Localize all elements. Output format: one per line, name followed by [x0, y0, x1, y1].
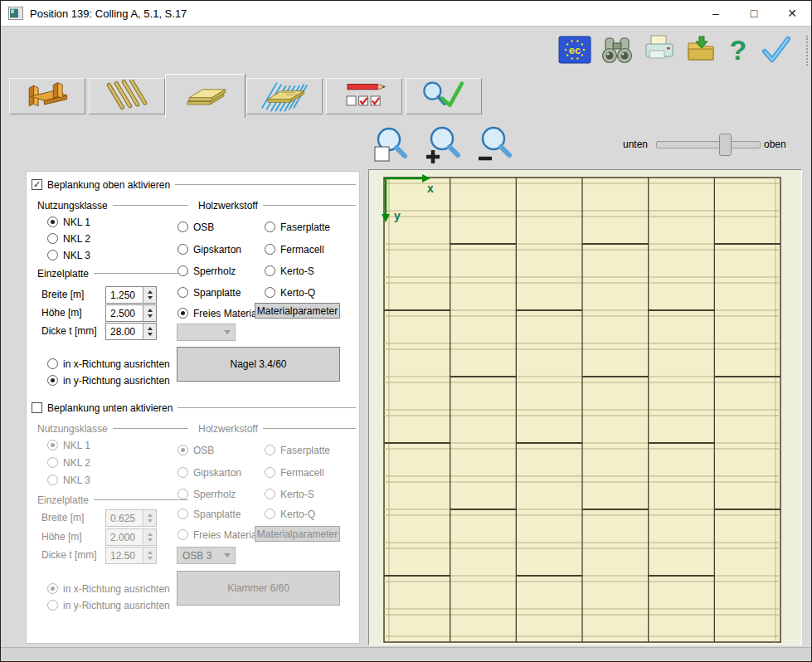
- print-icon[interactable]: [643, 34, 676, 66]
- zoom-in-button[interactable]: [424, 126, 462, 165]
- spanplatte-radio-unten: Spanplatte: [177, 508, 241, 520]
- breite-spinner-unten: 0.625: [105, 509, 157, 527]
- radio-indicator: [177, 287, 188, 298]
- tab-joists[interactable]: [89, 78, 165, 114]
- hoehe-spinner-oben[interactable]: 2.500: [105, 304, 157, 322]
- sperrholz-radio-oben[interactable]: Sperrholz: [177, 265, 236, 277]
- window-title: Position 139: Colling A, 5.1, S.17: [30, 7, 187, 20]
- divider: [263, 428, 356, 429]
- x-richtung-radio-oben[interactable]: in x-Richtung ausrichten: [47, 358, 170, 370]
- einzelplatte-header-unten: Einzelplatte: [37, 494, 188, 506]
- svg-text:ec: ec: [569, 44, 581, 56]
- maximize-button[interactable]: □: [735, 1, 773, 26]
- hoehe-label-unten: Höhe [m]: [41, 531, 82, 543]
- faserplatte-radio-oben[interactable]: Faserplatte: [265, 221, 330, 233]
- osb-radio-oben[interactable]: OSB: [177, 221, 214, 233]
- spin-buttons: [143, 548, 156, 563]
- radio-indicator: [47, 475, 58, 485]
- einzelplatte-header-oben: Einzelplatte: [37, 267, 188, 280]
- nkl2-radio-oben[interactable]: NKL 2: [47, 232, 90, 245]
- view-slider-thumb[interactable]: [719, 134, 732, 156]
- freies-material-radio-oben[interactable]: Freies Material: [177, 307, 259, 319]
- radio-indicator: [177, 221, 188, 232]
- tab-input-verification[interactable]: [326, 78, 402, 114]
- ok-check-icon[interactable]: [760, 34, 793, 66]
- nkl3-radio-oben[interactable]: NKL 3: [47, 249, 90, 261]
- radio-indicator: [177, 529, 188, 540]
- nkl1-radio-oben[interactable]: NKL 1: [47, 216, 90, 228]
- divider: [263, 205, 356, 206]
- radio-indicator: [265, 265, 275, 276]
- radio-indicator: [47, 358, 58, 369]
- dicke-spinner-oben[interactable]: 28.00: [105, 323, 157, 340]
- holzwerkstoff-header-unten: Holzwerkstoff: [198, 422, 356, 435]
- faserplatte-radio-unten: Faserplatte: [265, 444, 330, 456]
- beplankung-oben-checkbox[interactable]: ✓: [32, 179, 42, 190]
- radio-indicator: [47, 583, 58, 594]
- minimize-button[interactable]: –: [697, 1, 735, 26]
- verbindungsmittel-button-oben[interactable]: Nagel 3.4/60: [177, 347, 340, 382]
- nkl1-radio-unten: NKL 1: [47, 439, 90, 451]
- zoom-out-button[interactable]: [475, 126, 513, 165]
- view-slider-track[interactable]: [656, 141, 761, 148]
- beplankung-unten-checkbox[interactable]: [32, 402, 42, 413]
- sheathing-panel-icon: [178, 80, 233, 113]
- kerto-s-radio-unten: Kerto-S: [265, 488, 314, 500]
- radio-indicator: [265, 445, 275, 455]
- radio-indicator: [47, 600, 58, 611]
- plate-layout-drawing: xy: [369, 170, 801, 645]
- y-richtung-radio-oben[interactable]: in y-Richtung ausrichten: [47, 374, 170, 387]
- spin-buttons[interactable]: [143, 324, 156, 339]
- radio-indicator: [177, 489, 188, 499]
- radio-indicator: [265, 489, 275, 499]
- radio-indicator: [47, 375, 58, 386]
- spin-buttons[interactable]: [143, 305, 156, 321]
- fermacell-radio-oben[interactable]: Fermacell: [265, 243, 324, 256]
- save-folder-icon[interactable]: [685, 34, 718, 66]
- toolbar-grip: [806, 36, 808, 66]
- gipskarton-radio-oben[interactable]: Gipskarton: [177, 243, 241, 256]
- materialparameter-button-oben[interactable]: Materialparameter: [255, 303, 340, 319]
- radio-indicator: [177, 308, 188, 319]
- breite-spinner-oben[interactable]: 1.250: [105, 286, 157, 304]
- fermacell-radio-unten: Fermacell: [265, 466, 324, 479]
- help-icon[interactable]: ?: [724, 34, 752, 66]
- divider: [94, 499, 188, 500]
- dicke-spinner-unten: 12.50: [105, 547, 157, 564]
- tab-sheathing-panel[interactable]: [165, 74, 246, 118]
- plate-layout-viewport[interactable]: xy: [368, 169, 802, 645]
- sheathing-ribs-icon: [257, 80, 312, 113]
- eurocode-flag-icon[interactable]: ec: [558, 34, 591, 66]
- hoehe-spinner-unten: 2.000: [105, 528, 157, 546]
- tab-sheathing-with-ribs[interactable]: [246, 78, 323, 114]
- status-bar: [1, 647, 811, 662]
- radio-indicator: [265, 287, 275, 298]
- divider: [113, 428, 188, 429]
- tab-results-check[interactable]: [406, 78, 482, 114]
- spin-buttons[interactable]: [143, 287, 156, 303]
- divider: [177, 407, 356, 408]
- joists-icon: [100, 80, 154, 113]
- radio-indicator: [265, 244, 275, 255]
- nkl3-radio-unten: NKL 3: [47, 474, 90, 486]
- zoom-fit-button[interactable]: [372, 126, 411, 165]
- beplankung-oben-label: Beplankung oben aktivieren: [47, 179, 170, 191]
- kerto-s-radio-oben[interactable]: Kerto-S: [265, 265, 314, 277]
- axis-y-label: y: [394, 209, 401, 222]
- radio-indicator: [177, 467, 188, 478]
- y-richtung-radio-unten: in y-Richtung ausrichten: [47, 599, 170, 611]
- app-icon: [8, 7, 23, 20]
- radio-indicator: [47, 440, 58, 450]
- material-combobox-oben: [177, 324, 236, 341]
- search-binoculars-icon[interactable]: [600, 34, 634, 66]
- kerto-q-radio-oben[interactable]: Kerto-Q: [265, 286, 315, 299]
- holzwerkstoff-header-oben: Holzwerkstoff: [198, 199, 356, 212]
- tab-wall-assembly[interactable]: [9, 78, 85, 114]
- radio-indicator: [47, 457, 58, 468]
- gipskarton-radio-unten: Gipskarton: [177, 466, 241, 479]
- spanplatte-radio-oben[interactable]: Spanplatte: [177, 286, 241, 299]
- close-button[interactable]: ✕: [773, 1, 811, 26]
- slider-min-label: unten: [623, 139, 648, 150]
- radio-indicator: [177, 265, 188, 276]
- osb-radio-unten: OSB: [177, 444, 214, 456]
